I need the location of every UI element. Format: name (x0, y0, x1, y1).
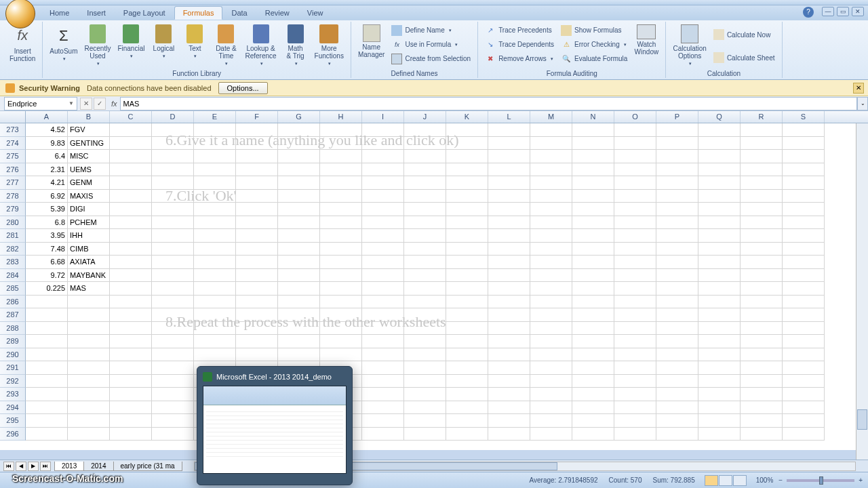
cell[interactable] (741, 308, 783, 322)
cell[interactable] (741, 282, 783, 296)
cell[interactable] (614, 163, 656, 177)
cell[interactable] (404, 296, 446, 309)
cell[interactable] (68, 375, 110, 388)
cell[interactable] (110, 123, 152, 137)
cell[interactable]: DIGI (68, 203, 110, 216)
cell[interactable] (572, 163, 614, 177)
cell[interactable] (446, 190, 488, 203)
lookup-button[interactable]: Lookup & Reference▾ (242, 23, 279, 69)
cell[interactable] (278, 190, 320, 203)
cell[interactable] (362, 137, 404, 150)
cell[interactable] (26, 375, 68, 388)
cell[interactable] (488, 243, 530, 256)
cell[interactable] (320, 229, 362, 243)
column-header[interactable]: F (236, 111, 278, 123)
cell[interactable] (698, 308, 741, 322)
cell[interactable] (236, 150, 278, 163)
cell[interactable] (152, 216, 194, 230)
cell[interactable] (488, 256, 530, 269)
row-header[interactable]: 289 (0, 335, 26, 348)
calculate-sheet-button[interactable]: Calculate Sheet (711, 51, 778, 65)
zoom-level[interactable]: 100% (756, 476, 774, 484)
cell[interactable] (783, 229, 825, 243)
cell[interactable] (110, 137, 152, 150)
cell[interactable] (194, 256, 236, 269)
cell[interactable] (152, 428, 194, 441)
cell[interactable] (698, 190, 741, 203)
cell[interactable] (320, 308, 362, 322)
cell[interactable] (572, 229, 614, 243)
cell[interactable] (152, 282, 194, 296)
cell[interactable] (404, 388, 446, 401)
cell[interactable] (236, 137, 278, 150)
cell[interactable] (698, 203, 741, 216)
cell[interactable] (572, 388, 614, 401)
cell[interactable] (614, 335, 656, 348)
cell[interactable] (152, 414, 194, 428)
cell[interactable] (404, 308, 446, 322)
cell[interactable] (152, 361, 194, 375)
cell[interactable] (152, 335, 194, 348)
cell[interactable] (68, 428, 110, 441)
cell[interactable] (698, 216, 741, 230)
cell[interactable] (783, 348, 825, 362)
cell[interactable] (698, 388, 741, 401)
cell[interactable] (110, 269, 152, 283)
recently-used-button[interactable]: Recently Used▾ (82, 23, 114, 69)
column-header[interactable]: E (194, 111, 236, 123)
cell[interactable] (278, 243, 320, 256)
cell[interactable] (698, 176, 741, 190)
cell[interactable] (572, 150, 614, 163)
options-button[interactable]: Options... (218, 82, 268, 94)
cell[interactable] (278, 282, 320, 296)
cell[interactable] (110, 361, 152, 375)
cell[interactable] (68, 401, 110, 415)
cell[interactable] (783, 243, 825, 256)
column-header[interactable]: N (572, 111, 614, 123)
cell[interactable] (572, 375, 614, 388)
more-functions-button[interactable]: More Functions▾ (312, 23, 347, 69)
cell[interactable] (488, 190, 530, 203)
cell[interactable] (362, 163, 404, 177)
cell[interactable] (236, 243, 278, 256)
cell[interactable] (362, 123, 404, 137)
cell[interactable] (236, 308, 278, 322)
cell[interactable] (68, 296, 110, 309)
cell[interactable] (110, 388, 152, 401)
cell[interactable] (446, 388, 488, 401)
cell[interactable] (783, 269, 825, 283)
cell[interactable] (320, 243, 362, 256)
cell[interactable] (152, 123, 194, 137)
cell[interactable] (530, 123, 572, 137)
cell[interactable] (656, 150, 698, 163)
help-icon[interactable]: ? (803, 7, 814, 18)
cell[interactable] (488, 401, 530, 415)
column-header[interactable]: R (741, 111, 783, 123)
use-in-formula-button[interactable]: fxUse in Formula▾ (389, 37, 473, 52)
cell[interactable] (194, 216, 236, 230)
cell[interactable] (362, 296, 404, 309)
show-formulas-button[interactable]: Show Formulas (558, 23, 630, 37)
cell[interactable] (530, 163, 572, 177)
cell[interactable] (152, 322, 194, 336)
cell[interactable] (278, 229, 320, 243)
cell[interactable] (194, 282, 236, 296)
cell[interactable] (320, 190, 362, 203)
cell[interactable] (152, 401, 194, 415)
cell[interactable] (698, 282, 741, 296)
row-header[interactable]: 296 (0, 428, 26, 441)
cell[interactable] (362, 428, 404, 441)
cell[interactable] (236, 176, 278, 190)
row-header[interactable]: 282 (0, 243, 26, 256)
cell[interactable] (152, 256, 194, 269)
page-break-view-button[interactable] (733, 475, 747, 486)
zoom-out-button[interactable]: − (778, 476, 783, 484)
cell[interactable] (362, 322, 404, 336)
cell[interactable] (572, 123, 614, 137)
cell[interactable] (152, 203, 194, 216)
cell[interactable] (362, 335, 404, 348)
cell[interactable] (783, 163, 825, 177)
cell[interactable] (194, 348, 236, 362)
normal-view-button[interactable] (705, 475, 718, 486)
cell[interactable] (698, 335, 741, 348)
